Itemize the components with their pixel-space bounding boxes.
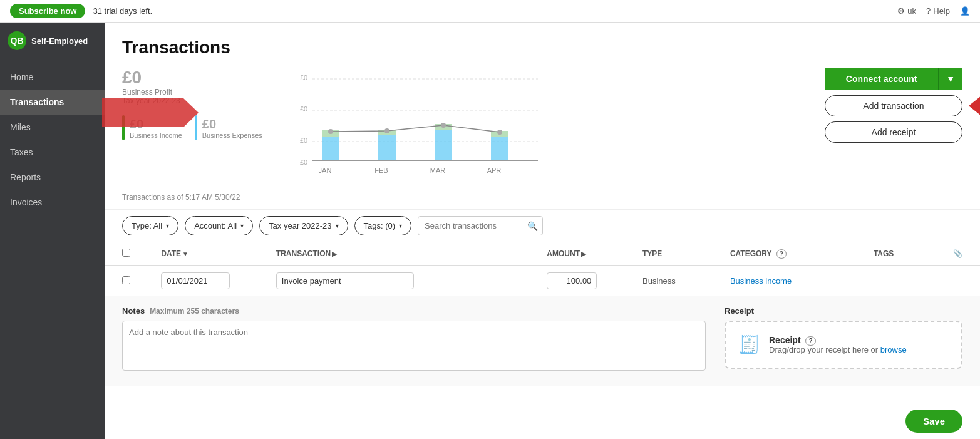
notes-section: Notes Maximum 255 characters <box>122 306 706 373</box>
svg-text:APR: APR <box>487 167 501 174</box>
tax-year-filter[interactable]: Tax year 2022-23 ▾ <box>259 216 348 235</box>
transaction-header[interactable]: TRANSACTION▶ <box>271 242 542 266</box>
sub-stats: £0 Business Income £0 Business Expenses <box>122 115 262 140</box>
receipt-info: Receipt ? Drag/drop your receipt here or… <box>769 335 907 354</box>
receipt-dropzone[interactable]: 🧾 Receipt ? Drag/drop your receipt he <box>725 321 962 369</box>
sidebar: QB Self-Employed Home Transactions Miles… <box>0 23 105 439</box>
add-transaction-button[interactable]: Add transaction <box>825 95 962 116</box>
amount-input[interactable] <box>547 272 597 289</box>
sidebar-item-reports[interactable]: Reports <box>0 165 105 190</box>
sidebar-item-transactions[interactable]: Transactions <box>0 90 105 115</box>
big-amount: £0 <box>122 68 262 88</box>
receipt-label: Receipt <box>725 306 962 316</box>
expanded-row: Notes Maximum 255 characters Receipt <box>105 296 980 386</box>
sidebar-item-home[interactable]: Home <box>0 65 105 90</box>
table-area: DATE▼ TRANSACTION▶ AMOUNT▶ TYPE CATEGORY… <box>105 242 980 403</box>
svg-text:£0: £0 <box>300 137 307 144</box>
svg-text:MAR: MAR <box>430 167 446 174</box>
svg-point-11 <box>497 130 502 135</box>
chart-bar-apr-expense <box>491 137 508 160</box>
logo-text: Self-Employed <box>31 36 88 46</box>
type-filter[interactable]: Type: All ▾ <box>122 216 178 235</box>
notes-label: Notes Maximum 255 characters <box>122 306 706 316</box>
topbar-right: ⚙ uk ? Help 👤 <box>897 6 970 16</box>
chart-bar-feb-expense <box>378 135 396 160</box>
main-content: Transactions £0 Business Profit Tax year… <box>105 23 980 439</box>
transaction-input[interactable] <box>276 272 414 289</box>
table-header-row: DATE▼ TRANSACTION▶ AMOUNT▶ TYPE CATEGORY… <box>105 242 980 266</box>
income-bar <box>122 115 125 140</box>
row-date[interactable] <box>143 266 271 296</box>
browse-link[interactable]: browse <box>880 345 907 354</box>
amount-header[interactable]: AMOUNT▶ <box>542 242 637 266</box>
svg-text:£0: £0 <box>300 158 307 166</box>
expense-amount: £0 <box>202 117 262 132</box>
select-all-checkbox[interactable] <box>105 242 143 266</box>
transactions-table: DATE▼ TRANSACTION▶ AMOUNT▶ TYPE CATEGORY… <box>105 242 980 386</box>
account-chevron-icon: ▾ <box>240 222 244 229</box>
row-checkbox[interactable] <box>105 266 143 296</box>
row-amount[interactable] <box>542 266 637 296</box>
date-input[interactable] <box>161 272 230 289</box>
svg-point-10 <box>441 123 446 128</box>
sidebar-item-invoices[interactable]: Invoices <box>0 190 105 215</box>
save-button[interactable]: Save <box>905 410 962 433</box>
income-stat: £0 Business Income <box>122 115 182 140</box>
receipt-text: Drag/drop your receipt here or browse <box>769 345 907 354</box>
income-label: Business Income <box>130 132 182 139</box>
row-transaction[interactable] <box>271 266 542 296</box>
expanded-content: Notes Maximum 255 characters Receipt <box>105 296 980 386</box>
search-input[interactable] <box>418 216 543 235</box>
chart-bar-jan-expense <box>322 137 339 160</box>
save-bar: Save <box>105 403 980 439</box>
svg-text:£0: £0 <box>300 74 307 81</box>
settings-icon[interactable]: ⚙ uk <box>897 6 916 16</box>
attach-header: 📎 <box>948 242 980 266</box>
tax-year-chevron-icon: ▾ <box>336 222 339 229</box>
connect-account-button[interactable]: Connect account <box>825 68 938 90</box>
table-row: Business Business income <box>105 266 980 296</box>
notes-textarea[interactable] <box>122 321 706 371</box>
type-chevron-icon: ▾ <box>166 222 169 229</box>
category-help-icon[interactable]: ? <box>776 249 787 259</box>
action-buttons: Connect account ▼ Add transaction Add re… <box>825 68 962 143</box>
receipt-help-icon[interactable]: ? <box>805 336 815 346</box>
svg-text:£0: £0 <box>300 105 307 113</box>
category-link[interactable]: Business income <box>730 276 792 286</box>
sidebar-item-miles[interactable]: Miles <box>0 115 105 140</box>
row-tags <box>869 266 948 296</box>
income-amount: £0 <box>130 117 182 132</box>
add-receipt-button[interactable]: Add receipt <box>825 121 962 143</box>
connect-account-dropdown[interactable]: ▼ <box>938 68 962 90</box>
expense-bar <box>195 115 197 140</box>
expense-stat: £0 Business Expenses <box>195 115 262 140</box>
filters-bar: Type: All ▾ Account: All ▾ Tax year 2022… <box>105 209 980 242</box>
stats-left: £0 Business Profit Tax year 2022-23 £0 B… <box>122 68 262 140</box>
category-header: CATEGORY ? <box>725 242 869 266</box>
user-avatar[interactable]: 👤 <box>960 6 970 16</box>
chart-area: £0 £0 £0 £0 <box>275 68 812 183</box>
help-icon[interactable]: ? Help <box>926 6 950 16</box>
tags-header: TAGS <box>869 242 948 266</box>
row-attach <box>948 266 980 296</box>
subscribe-button[interactable]: Subscribe now <box>10 4 85 18</box>
expanded-content-cell: Notes Maximum 255 characters Receipt <box>105 296 980 386</box>
account-filter[interactable]: Account: All ▾ <box>185 216 253 235</box>
tags-filter[interactable]: Tags: (0) ▾ <box>354 216 412 235</box>
transactions-chart: £0 £0 £0 £0 <box>281 68 544 180</box>
page-header: Transactions <box>105 23 980 68</box>
row-category[interactable]: Business income <box>725 266 869 296</box>
row-type: Business <box>637 266 725 296</box>
connect-account-group: Connect account ▼ <box>825 68 962 90</box>
add-transaction-arrow <box>969 96 980 116</box>
stats-area: £0 Business Profit Tax year 2022-23 £0 B… <box>105 68 980 183</box>
tax-year-label: Tax year 2022-23 <box>122 96 262 105</box>
receipt-title: Receipt ? <box>769 335 907 345</box>
sidebar-nav: Home Transactions Miles Taxes Reports In… <box>0 59 105 215</box>
sidebar-logo: QB Self-Employed <box>0 23 105 59</box>
tags-chevron-icon: ▾ <box>399 222 402 229</box>
timestamp: Transactions as of 5:17 AM 5/30/22 <box>105 193 980 209</box>
sidebar-item-taxes[interactable]: Taxes <box>0 140 105 165</box>
layout: QB Self-Employed Home Transactions Miles… <box>0 23 980 439</box>
date-header[interactable]: DATE▼ <box>143 242 271 266</box>
